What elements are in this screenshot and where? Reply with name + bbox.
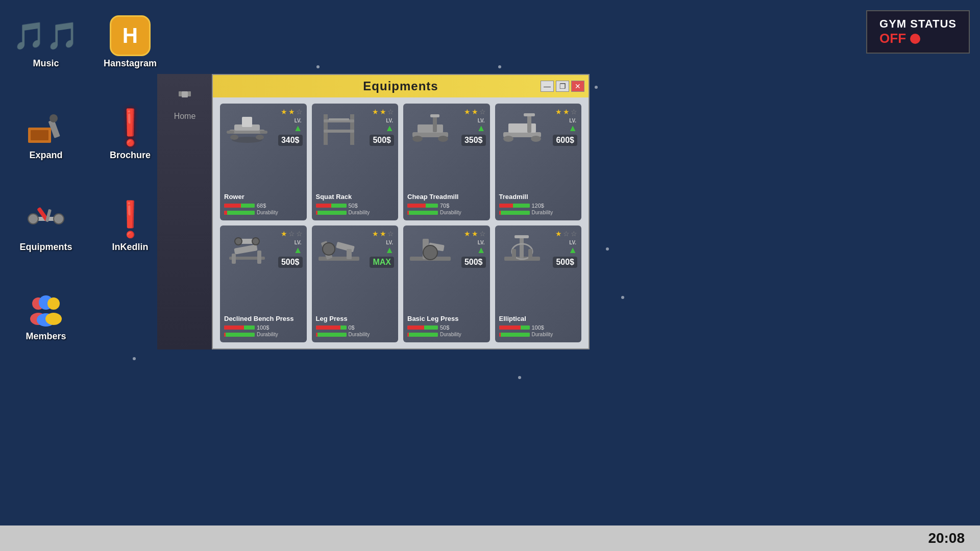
gym-status-title: GYM STATUS	[879, 17, 957, 31]
svg-rect-63	[512, 249, 516, 259]
svg-point-49	[252, 238, 259, 245]
window-title: Equipments	[363, 79, 438, 93]
sidebar-home-label: Home	[174, 112, 196, 121]
expand-icon	[26, 107, 66, 148]
level-badge: LV. ▲	[385, 118, 394, 133]
equip-right: ★ ★ ☆ LV. ▲ 500$	[370, 108, 394, 146]
equip-card-top: ★ ★ ☆ LV. ▲ 340$	[224, 108, 303, 191]
leg-press-price: MAX	[370, 257, 394, 268]
rower-stat1-value: 68$	[257, 203, 266, 209]
svg-point-24	[230, 135, 238, 140]
equip-card-squat-rack[interactable]: ★ ★ ☆ LV. ▲ 500$ Squat Rack	[312, 104, 399, 220]
svg-point-35	[412, 136, 423, 142]
svg-rect-52	[336, 241, 355, 252]
equip-card-leg-press[interactable]: ★ ★ ☆ LV. ▲ MAX Leg Press	[312, 226, 399, 342]
desktop-icon-equipments[interactable]: Equipments	[15, 199, 77, 253]
svg-rect-30	[329, 118, 349, 120]
svg-rect-16	[188, 91, 191, 96]
equipments-window: Equipments — ❐ ✕	[212, 74, 590, 349]
level-badge: LV. ▲	[293, 118, 303, 133]
sidebar-home-button[interactable]: Home	[174, 84, 196, 121]
equip-card-bottom: Rower 68$ Durability	[224, 193, 303, 216]
equip-card-elliptical[interactable]: ★ ☆ ☆ LV. ▲ 500$ Elliptical	[495, 226, 582, 342]
desktop-icon-brochure[interactable]: ❗ Brochure	[100, 107, 161, 161]
gym-status-panel: GYM STATUS OFF	[866, 10, 970, 54]
rower-stat1: 68$	[224, 203, 303, 209]
equip-card-rower[interactable]: ★ ★ ☆ LV. ▲ 340$ Rower	[220, 104, 307, 220]
svg-rect-21	[242, 117, 252, 127]
maximize-button[interactable]: ❐	[556, 81, 569, 92]
elliptical-image	[499, 230, 545, 270]
desktop-icon-expand[interactable]: Expand	[15, 107, 77, 161]
brochure-label: Brochure	[110, 150, 151, 161]
hanstagram-icon: H	[110, 15, 151, 56]
rower-price: 340$	[278, 135, 303, 146]
inkedlin-label: InKedlin	[112, 242, 149, 253]
members-icon	[26, 288, 66, 329]
svg-point-41	[503, 136, 513, 142]
rower-stars: ★ ★ ☆	[281, 108, 303, 116]
declined-bench-press-image	[224, 230, 270, 270]
equip-card-cheap-treadmill[interactable]: ★ ★ ☆ LV. ▲ 350$ Cheap Treadmill	[403, 104, 490, 220]
desktop-icon-members[interactable]: Members	[15, 288, 77, 342]
rower-name: Rower	[224, 193, 303, 201]
svg-rect-45	[232, 254, 236, 264]
svg-rect-38	[508, 123, 536, 133]
equip-card-declined-bench-press[interactable]: ★ ☆ ☆ LV. ▲ 500$ Declined Bench Press	[220, 226, 307, 342]
svg-point-3	[50, 114, 58, 122]
svg-rect-29	[324, 130, 354, 133]
svg-point-48	[235, 238, 242, 245]
dot	[621, 296, 624, 299]
svg-point-25	[256, 135, 264, 140]
svg-rect-50	[318, 257, 359, 261]
rower-stat2-bar	[224, 211, 255, 215]
inkedlin-icon: ❗	[110, 199, 151, 240]
gym-status-label: OFF	[879, 31, 906, 46]
svg-rect-61	[514, 235, 529, 238]
home-icon	[175, 84, 195, 109]
music-label: Music	[33, 58, 59, 69]
treadmill-image	[499, 108, 545, 148]
members-label: Members	[26, 331, 66, 342]
dot	[518, 376, 521, 379]
star-3: ☆	[296, 108, 303, 116]
leg-press-image	[316, 230, 362, 270]
equip-card-treadmill[interactable]: ★ ★ ☆ LV. ▲ 600$ Treadmill	[495, 104, 582, 220]
hanstagram-label: Hanstagram	[104, 58, 157, 69]
svg-point-5	[28, 214, 38, 224]
svg-rect-40	[524, 113, 535, 116]
close-button[interactable]: ✕	[571, 81, 584, 92]
svg-rect-44	[234, 244, 257, 255]
svg-point-58	[423, 245, 437, 260]
dot	[606, 247, 609, 251]
desktop-icon-music[interactable]: 🎵🎵 Music	[15, 15, 77, 69]
squat-rack-image	[316, 108, 362, 148]
desktop-icon-inkedlin[interactable]: ❗ InKedlin	[100, 199, 161, 253]
gym-status-indicator	[910, 34, 920, 44]
svg-rect-15	[179, 91, 182, 96]
sidebar: Home	[157, 74, 212, 349]
equip-card-basic-leg-press[interactable]: ★ ★ ☆ LV. ▲ 500$ Basic Leg Press	[403, 226, 490, 342]
svg-point-54	[323, 243, 335, 255]
svg-point-36	[438, 136, 448, 142]
equipment-grid: ★ ★ ☆ LV. ▲ 340$ Rower	[213, 97, 589, 348]
svg-rect-23	[260, 131, 267, 134]
taskbar: 20:08	[0, 525, 980, 551]
gym-status-off: OFF	[879, 31, 957, 46]
svg-rect-53	[347, 249, 352, 259]
expand-label: Expand	[29, 150, 62, 161]
desktop-icon-hanstagram[interactable]: H Hanstagram	[100, 15, 161, 69]
window-controls: — ❐ ✕	[541, 81, 584, 92]
svg-rect-17	[182, 91, 188, 97]
rower-stat1-bar	[224, 204, 255, 208]
equipments-label: Equipments	[19, 242, 72, 253]
rower-stat2: Durability	[224, 210, 303, 215]
squat-stars: ★ ★ ☆	[372, 108, 394, 116]
rower-durability-label: Durability	[257, 210, 278, 215]
minimize-button[interactable]: —	[541, 81, 554, 92]
equip-card-bottom: Squat Rack 50$ Durability	[316, 193, 395, 216]
svg-point-6	[54, 214, 64, 224]
cheap-treadmill-image	[407, 108, 453, 148]
squat-stat1: 50$	[316, 203, 395, 209]
equip-right: ★ ★ ☆ LV. ▲ 340$	[278, 108, 303, 146]
